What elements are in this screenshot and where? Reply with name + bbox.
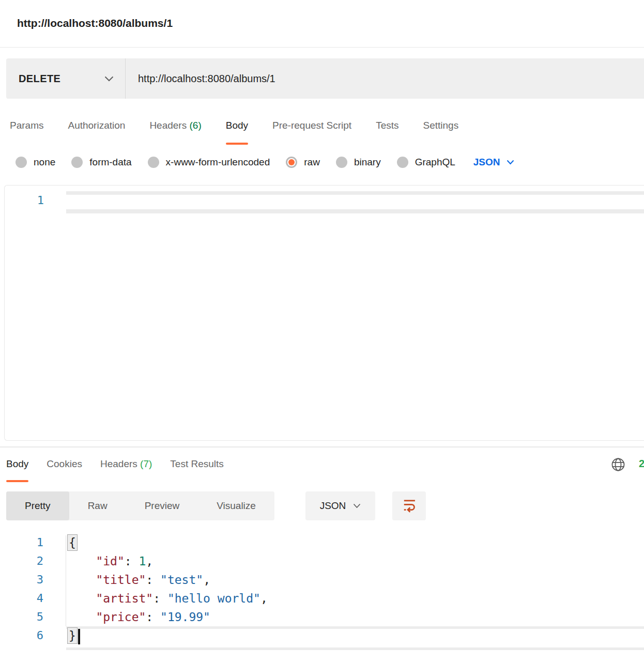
- editor-active-line: [66, 191, 644, 213]
- line-number: 1: [0, 533, 43, 552]
- wrap-text-icon: [402, 497, 417, 515]
- format-dropdown[interactable]: JSON: [305, 491, 375, 520]
- status-code-partial: 2: [639, 458, 644, 470]
- code-token-plain: [67, 554, 96, 568]
- editor-line-number: 1: [5, 194, 44, 207]
- line-number: 3: [0, 571, 43, 589]
- body-type-options: none form-data x-www-form-urlencoded raw…: [16, 155, 514, 170]
- code-line: 1{: [0, 533, 644, 552]
- text-cursor: [78, 629, 80, 644]
- radio-selected-icon: [286, 157, 297, 168]
- line-number: 2: [0, 552, 43, 571]
- url-text: http://localhost:8080/albums/1: [138, 73, 275, 85]
- tab-headers[interactable]: Headers (6): [149, 118, 201, 140]
- code-token-key: "artist": [96, 592, 153, 605]
- radio-circle-icon: [16, 157, 27, 168]
- code-token-plain: [67, 610, 96, 624]
- chevron-down-icon: [353, 503, 361, 508]
- tab-authorization[interactable]: Authorization: [68, 118, 125, 140]
- radio-circle-icon: [148, 157, 159, 168]
- radio-circle-icon: [397, 157, 408, 168]
- line-number: 6: [0, 626, 43, 645]
- request-title: http://localhost:8080/albums/1: [17, 17, 173, 29]
- code-token-plain: :: [125, 554, 139, 568]
- code-token-plain: ,: [146, 554, 153, 568]
- url-input[interactable]: http://localhost:8080/albums/1: [126, 58, 644, 99]
- code-token-plain: :: [146, 573, 160, 587]
- code-token-plain: ,: [260, 592, 268, 605]
- radio-binary[interactable]: binary: [336, 157, 381, 168]
- view-tab-raw[interactable]: Raw: [69, 491, 126, 520]
- radio-raw[interactable]: raw: [286, 157, 320, 168]
- code-token-plain: ,: [203, 573, 210, 587]
- radio-none[interactable]: none: [16, 157, 55, 168]
- code-token-string: "hello world": [167, 592, 260, 605]
- radio-x-www-form-urlencoded[interactable]: x-www-form-urlencoded: [148, 157, 270, 168]
- line-number: 4: [0, 589, 43, 608]
- code-token-string: "19.99": [160, 610, 210, 624]
- view-tab-visualize[interactable]: Visualize: [198, 491, 274, 520]
- code-token-string: "test": [160, 573, 203, 587]
- request-tabs: Params Authorization Headers (6) Body Pr…: [10, 118, 458, 140]
- view-tab-pretty[interactable]: Pretty: [6, 491, 69, 520]
- code-token-plain: :: [153, 592, 167, 605]
- request-bar: DELETE http://localhost:8080/albums/1: [6, 58, 644, 99]
- code-token-number: 1: [139, 554, 146, 568]
- tab-tests[interactable]: Tests: [376, 118, 398, 140]
- headers-count: (6): [189, 120, 201, 131]
- code-line: 5 "price": "19.99": [0, 608, 644, 626]
- chevron-down-icon: [507, 160, 514, 165]
- tab-params[interactable]: Params: [10, 118, 43, 140]
- code-token-key: "price": [96, 610, 146, 624]
- radio-circle-icon: [336, 157, 347, 168]
- tab-body[interactable]: Body: [226, 118, 248, 140]
- code-token-plain: [67, 573, 96, 587]
- view-mode-switcher: Pretty Raw Preview Visualize: [6, 491, 274, 520]
- response-tab-headers[interactable]: Headers (7): [100, 456, 152, 477]
- response-body-viewer[interactable]: 1{2 "id": 1,3 "title": "test",4 "artist"…: [0, 533, 644, 645]
- code-line: 6}: [0, 626, 644, 645]
- response-section-divider: [0, 446, 644, 448]
- response-tab-body[interactable]: Body: [6, 456, 28, 477]
- chevron-down-icon: [104, 76, 114, 82]
- code-token-plain: [67, 592, 96, 605]
- response-headers-count: (7): [140, 458, 152, 469]
- method-label: DELETE: [19, 73, 60, 85]
- code-token-brace: {: [67, 534, 78, 551]
- radio-form-data[interactable]: form-data: [71, 157, 131, 168]
- radio-circle-icon: [71, 157, 83, 168]
- request-body-editor[interactable]: 1: [4, 185, 644, 441]
- code-token-key: "id": [96, 554, 124, 568]
- code-line: 2 "id": 1,: [0, 552, 644, 571]
- code-line: 3 "title": "test",: [0, 571, 644, 589]
- request-title-bar: http://localhost:8080/albums/1: [0, 0, 644, 48]
- globe-icon[interactable]: [611, 457, 625, 474]
- code-token-plain: :: [146, 610, 160, 624]
- tab-settings[interactable]: Settings: [423, 118, 459, 140]
- line-number: 5: [0, 608, 43, 626]
- response-tab-cookies[interactable]: Cookies: [47, 456, 82, 477]
- language-selector[interactable]: JSON: [473, 157, 514, 168]
- wrap-text-button[interactable]: [392, 491, 426, 520]
- view-tab-preview[interactable]: Preview: [126, 491, 198, 520]
- tab-pre-request-script[interactable]: Pre-request Script: [272, 118, 351, 140]
- response-tabs: Body Cookies Headers (7) Test Results: [6, 456, 224, 477]
- radio-graphql[interactable]: GraphQL: [397, 157, 455, 168]
- code-token-brace: }: [67, 627, 78, 644]
- code-line: 4 "artist": "hello world",: [0, 589, 644, 608]
- code-token-key: "title": [96, 573, 146, 587]
- app-window: http://localhost:8080/albums/1 DELETE ht…: [0, 0, 644, 663]
- method-dropdown[interactable]: DELETE: [6, 58, 125, 99]
- response-tab-test-results[interactable]: Test Results: [170, 456, 223, 477]
